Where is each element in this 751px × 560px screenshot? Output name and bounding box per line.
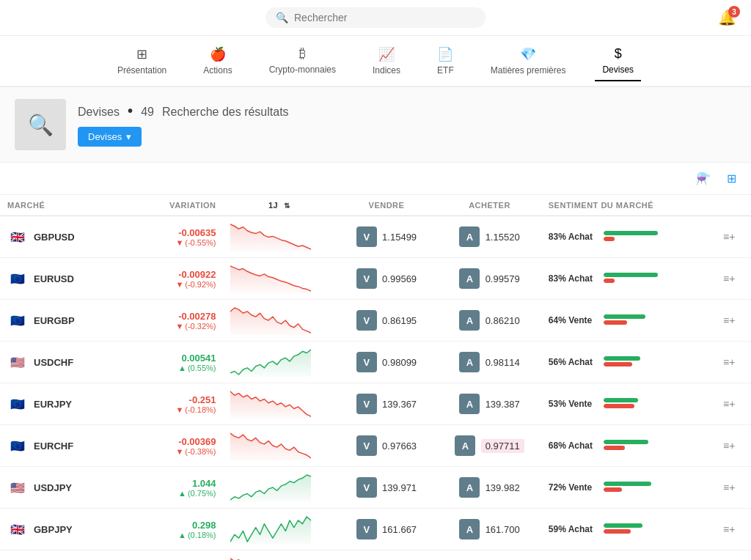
market-table: MARCHÉ VARIATION 1J ⇅ VENDRE ACHETER SEN… [0,195,751,560]
sparkline-cell [223,383,334,425]
data-table-container: MARCHÉ VARIATION 1J ⇅ VENDRE ACHETER SEN… [0,195,751,560]
filter-button[interactable]: ⚗️ [692,169,715,188]
green-bar [604,398,639,402]
sell-button[interactable]: V [356,394,377,414]
nav-label-indices: Indices [373,65,400,75]
table-row: 🇺🇸 USDJPY 1.044 ▲ (0.75%) V 13 [0,467,751,509]
arrow-icon: ▼ [175,238,183,247]
nav-label-devises: Devises [602,65,634,75]
red-bar [604,529,631,534]
sentiment-cell: 72% Vente [541,467,713,509]
table-row: 🇺🇸 USDCHF 0.00541 ▲ (0.55%) V [0,342,751,383]
nav-item-indices[interactable]: 📈 Indices [365,42,408,81]
nav-item-matieres[interactable]: 💎 Matières premières [483,42,574,81]
sell-price: 139.367 [382,399,417,410]
row-menu-icon[interactable]: ≡+ [720,229,738,244]
variation-percent: ▲ (0.55%) [128,364,216,372]
row-menu-icon[interactable]: ≡+ [720,271,738,286]
market-cell-EURGBP: 🇪🇺 EURGBP [0,300,120,342]
sentiment-label: 68% Achat [549,441,596,451]
sell-price: 0.99569 [382,273,417,284]
row-menu-icon[interactable]: ≡+ [720,397,738,411]
sentiment-cell: 66% Achat [541,550,713,561]
buy-button[interactable]: A [459,519,480,539]
nav-label-actions: Actions [203,65,232,75]
buy-price: 139.982 [486,482,520,493]
sentiment-bars [604,273,670,284]
red-bar [604,446,625,450]
buy-button[interactable]: A [459,268,480,289]
nav-item-crypto[interactable]: ₿ Crypto-monnaies [262,42,343,81]
red-bar-row [604,237,670,241]
row-menu-icon[interactable]: ≡+ [720,438,738,453]
variation-percent: ▼ (-0.55%) [128,238,216,247]
search-input[interactable] [294,12,475,23]
table-row: 🇪🇺 EURCAD -0.00986 ▼ (-0.75%) V [0,550,751,561]
variation-value: -0.00922 [128,269,216,280]
buy-button[interactable]: A [455,435,475,456]
col-header-period[interactable]: 1J ⇅ [223,195,334,216]
buy-button[interactable]: A [459,310,480,331]
sell-price: 1.15499 [382,232,417,243]
sparkline [230,347,311,377]
row-menu-icon[interactable]: ≡+ [720,313,738,328]
variation-cell: 0.00541 ▲ (0.55%) [120,342,224,383]
sell-button[interactable]: V [356,352,377,372]
red-bar [604,237,615,241]
buy-cell: A 0.98114 [438,342,541,383]
sell-cell: V 0.86195 [335,300,439,342]
sentiment-bars [604,482,670,493]
variation-cell: -0.251 ▼ (-0.18%) [120,383,224,425]
sparkline [230,556,311,560]
row-menu-cell: ≡+ [713,216,751,258]
col-header-vendre: VENDRE [335,195,439,216]
nav-item-devises[interactable]: $ Devises [595,42,641,81]
row-menu-cell: ≡+ [713,425,751,467]
table-header-row: MARCHÉ VARIATION 1J ⇅ VENDRE ACHETER SEN… [0,195,751,216]
red-bar-row [604,279,670,283]
buy-cell: A 0.86210 [438,300,541,342]
grid-view-button[interactable]: ⊞ [722,169,741,188]
green-bar-row [604,482,670,486]
sparkline-cell [223,467,334,509]
table-row: 🇪🇺 EURJPY -0.251 ▼ (-0.18%) V [0,383,751,425]
variation-cell: -0.00369 ▼ (-0.38%) [120,425,224,467]
red-bar-row [604,529,670,534]
nav-item-presentation[interactable]: ⊞ Présentation [110,42,174,81]
sell-button[interactable]: V [356,226,377,247]
buy-button[interactable]: A [459,477,480,498]
green-bar-row [604,523,670,528]
buy-button[interactable]: A [459,226,480,247]
green-bar-row [604,398,670,402]
sell-button[interactable]: V [356,310,377,331]
variation-value: -0.00635 [128,227,216,238]
row-menu-icon[interactable]: ≡+ [720,355,738,369]
market-name: GBPUSD [34,232,75,243]
nav-item-actions[interactable]: 🍎 Actions [196,42,239,81]
buy-button[interactable]: A [459,394,480,414]
arrow-icon: ▲ [178,489,186,498]
sell-button[interactable]: V [356,435,377,456]
nav-item-etf[interactable]: 📄 ETF [430,42,461,81]
market-name: EURCHF [34,441,73,452]
sell-button[interactable]: V [356,268,377,289]
nav-label-matieres: Matières premières [491,65,566,75]
green-bar [604,356,640,361]
sell-button[interactable]: V [356,477,377,498]
buy-price: 161.700 [486,524,520,535]
market-cell-EURUSD: 🇪🇺 EURUSD [0,258,120,300]
row-menu-icon[interactable]: ≡+ [720,480,738,495]
devises-filter-button[interactable]: Devises ▾ [78,127,142,147]
green-bar [604,231,659,235]
sell-button[interactable]: V [356,519,377,539]
sentiment-cell: 83% Achat [541,258,713,300]
red-bar-row [604,404,670,408]
buy-button[interactable]: A [459,352,480,372]
row-menu-icon[interactable]: ≡+ [720,522,738,537]
buy-price: 0.99579 [486,273,520,284]
sell-cell: V 1.30949 [335,550,439,561]
variation-value: -0.251 [128,394,216,405]
flag-icon: 🇪🇺 [7,439,28,452]
variation-percent: ▼ (-0.18%) [128,405,216,414]
notification-button[interactable]: 🔔 3 [718,9,736,26]
